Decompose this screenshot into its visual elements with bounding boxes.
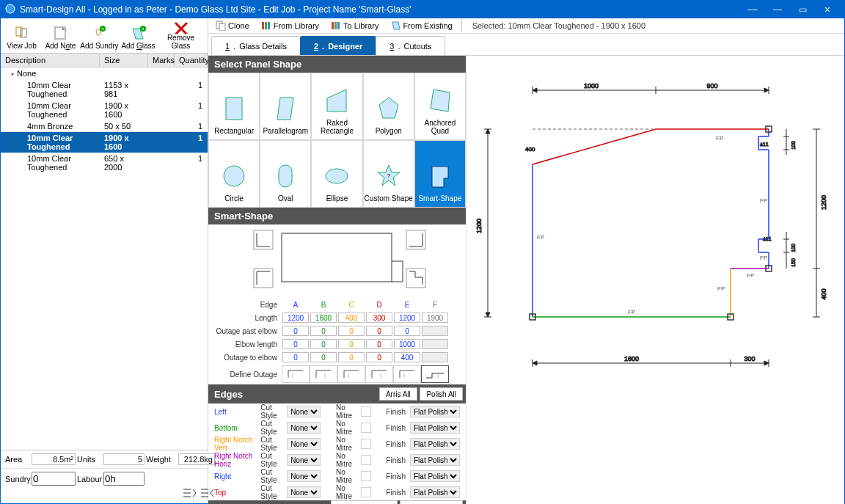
outage-opt-e[interactable] [393, 365, 421, 383]
polish-all-button[interactable]: Polish All [420, 387, 463, 401]
svg-rect-11 [265, 22, 267, 29]
tab-designer[interactable]: 2. Designer [300, 36, 376, 55]
shape-anchored-quad[interactable]: Anchored Quad [414, 73, 466, 140]
finish-select[interactable]: Flat Polish [410, 406, 460, 417]
list-item[interactable]: 10mm Clear Toughened1900 x 16001 [1, 132, 208, 153]
smart-outage-to-elbow-E[interactable] [394, 352, 420, 362]
dash-button[interactable]: –– [740, 4, 765, 15]
smart-outage-to-elbow-C[interactable] [338, 352, 365, 362]
list-item[interactable]: 10mm Clear Toughened1153 x 9811 [1, 79, 208, 100]
outage-opt-f[interactable] [421, 365, 449, 383]
arris-all-button[interactable]: Arris All [379, 387, 417, 401]
finish-select[interactable]: Flat Polish [410, 438, 460, 450]
shape-ellipse[interactable]: Ellipse [311, 140, 362, 208]
smart-length-E[interactable] [394, 313, 420, 323]
smart-length-F[interactable] [422, 313, 448, 323]
svg-marker-37 [764, 88, 769, 92]
smart-outage-past-elbow-B[interactable] [310, 326, 337, 336]
smart-elbow-length-A[interactable] [282, 339, 309, 349]
svg-rect-10 [262, 22, 264, 29]
shape-oval[interactable]: Oval [260, 140, 311, 208]
smart-length-D[interactable] [366, 313, 392, 323]
shape-polygon[interactable]: Polygon [363, 73, 414, 140]
svg-marker-17 [277, 98, 293, 120]
cut-style-select[interactable]: None [287, 454, 321, 466]
books-icon [331, 21, 341, 31]
sundry-value [32, 472, 76, 486]
outage-opt-d[interactable] [365, 365, 393, 383]
svg-text:1000: 1000 [584, 82, 599, 90]
mitre-box[interactable] [361, 439, 371, 449]
clone-icon [216, 21, 226, 31]
from-library-button[interactable]: From Library [257, 18, 323, 33]
minimize-button[interactable]: — [765, 4, 790, 15]
svg-text:1200: 1200 [820, 195, 827, 210]
shape-custom-shape[interactable]: ?Custom Shape [363, 140, 414, 208]
view-job-button[interactable]: View Job [2, 20, 41, 51]
svg-text:1600: 1600 [624, 355, 639, 362]
finish-select[interactable]: Flat Polish [410, 470, 460, 482]
smart-length-B[interactable] [310, 313, 337, 323]
add-glass-button[interactable]: + Add Glass [119, 20, 158, 51]
smart-elbow-length-E[interactable] [394, 339, 420, 349]
smart-outage-past-elbow-D[interactable] [366, 326, 392, 336]
svg-marker-95 [533, 361, 537, 365]
list-item[interactable]: 10mm Clear Toughened650 x 20001 [1, 153, 208, 173]
finish-select[interactable]: Flat Polish [410, 486, 460, 498]
shape-circle[interactable]: Circle [208, 140, 260, 208]
left-panel: View Job Add Note + Add Sundry + Add Gla… [1, 18, 208, 503]
add-note-button[interactable]: Add Note [41, 20, 80, 51]
smart-length-A[interactable] [282, 313, 309, 323]
mitre-box[interactable] [361, 455, 371, 465]
from-existing-button[interactable]: From Existing [386, 18, 456, 33]
smart-outage-past-elbow-E[interactable] [394, 326, 420, 336]
finish-select[interactable]: Flat Polish [410, 422, 460, 434]
svg-marker-71 [486, 313, 490, 317]
smart-elbow-length-C[interactable] [338, 339, 365, 349]
cut-style-select[interactable]: None [287, 486, 321, 498]
outage-opt-c[interactable] [337, 365, 365, 383]
remove-glass-button[interactable]: Remove Glass [158, 20, 204, 51]
list-item[interactable]: 10mm Clear Toughened1900 x 16001 [1, 100, 208, 120]
list-group[interactable]: None [1, 67, 208, 79]
maximize-button[interactable]: ▭ [790, 4, 815, 15]
shape-rectangular[interactable]: Rectangular [208, 73, 260, 140]
svg-text:1200: 1200 [475, 219, 483, 233]
mitre-box[interactable] [361, 487, 371, 497]
mitre-box[interactable] [361, 406, 371, 417]
smart-elbow-length-F [422, 339, 448, 349]
smart-outage-past-elbow-A[interactable] [282, 326, 309, 336]
cut-style-select[interactable]: None [287, 406, 321, 417]
smart-outage-past-elbow-C[interactable] [338, 326, 365, 336]
shape-parallelogram[interactable]: Parallelogram [260, 73, 311, 140]
clear-selection-button[interactable]: Clear Selection [400, 500, 463, 504]
finish-select[interactable]: Flat Polish [410, 454, 460, 466]
smart-outage-to-elbow-A[interactable] [282, 352, 309, 362]
smart-outage-to-elbow-D[interactable] [366, 352, 392, 362]
cut-style-select[interactable]: None [287, 470, 321, 482]
add-sundry-button[interactable]: + Add Sundry [80, 20, 119, 51]
clone-button[interactable]: Clone [211, 18, 254, 33]
svg-text:FP: FP [760, 197, 767, 204]
tabs: 1. Glass Details 2. Designer 3. Cutouts [208, 34, 844, 56]
tab-glass-details[interactable]: 1. Glass Details [211, 36, 301, 55]
smart-elbow-length-B[interactable] [310, 339, 337, 349]
close-button[interactable]: × [815, 4, 840, 15]
cut-style-select[interactable]: None [287, 422, 321, 434]
mitre-box[interactable] [361, 423, 371, 433]
cut-style-select[interactable]: None [287, 438, 321, 450]
smart-length-C[interactable] [338, 313, 365, 323]
shape-raked-rectangle[interactable]: Raked Rectangle [311, 73, 362, 140]
smart-outage-to-elbow-B[interactable] [310, 352, 337, 362]
sort-icon-1[interactable] [181, 487, 197, 500]
outage-opt-b[interactable] [310, 365, 337, 383]
shape-smart-shape[interactable]: Smart-Shape [414, 140, 466, 208]
list-item[interactable]: 4mm Bronze50 x 501 [1, 120, 208, 132]
to-library-button[interactable]: To Library [326, 18, 383, 33]
drawing-canvas[interactable]: 1000 900 [467, 56, 844, 504]
select-all-edges-button[interactable]: Select All Edges [331, 500, 397, 504]
smart-elbow-length-D[interactable] [366, 339, 392, 349]
tab-cutouts[interactable]: 3. Cutouts [376, 36, 445, 55]
mitre-box[interactable] [361, 471, 371, 481]
outage-opt-a[interactable] [282, 365, 310, 383]
